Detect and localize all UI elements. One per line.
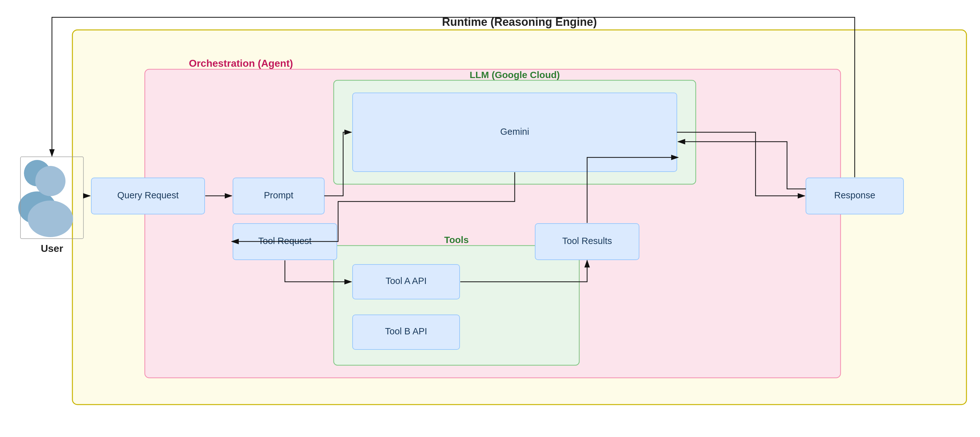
gemini-text: Gemini <box>500 127 529 137</box>
prompt-text: Prompt <box>264 190 293 200</box>
response-text: Response <box>834 190 875 200</box>
tool-b-text: Tool B API <box>385 326 427 336</box>
user-icon-front-body <box>28 200 73 237</box>
query-request-text: Query Request <box>117 190 178 200</box>
full-diagram: Runtime (Reasoning Engine) Orchestration… <box>0 0 980 437</box>
tool-request-text: Tool Request <box>258 236 311 246</box>
orchestration-label: Orchestration (Agent) <box>189 57 293 69</box>
tools-label: Tools <box>444 235 469 245</box>
user-text: User <box>41 243 63 254</box>
tool-results-text: Tool Results <box>562 236 612 246</box>
tool-a-text: Tool A API <box>386 276 427 286</box>
user-icon-front-head <box>35 166 65 196</box>
llm-label: LLM (Google Cloud) <box>470 70 560 80</box>
